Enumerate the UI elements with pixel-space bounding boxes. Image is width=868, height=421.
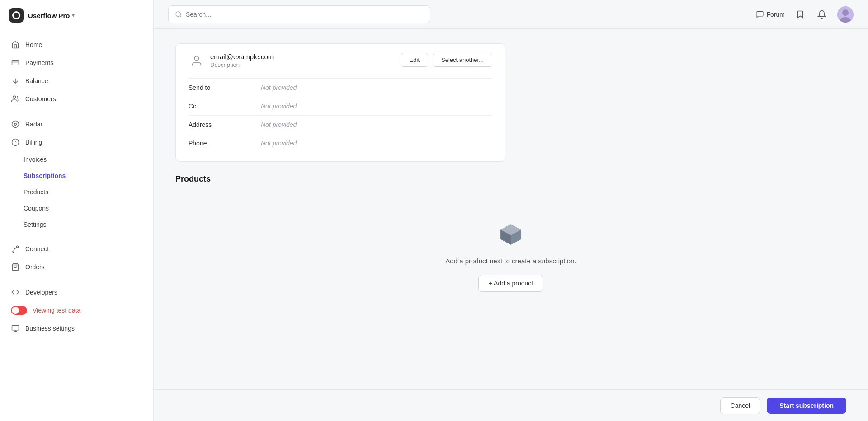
sidebar-item-payments[interactable]: Payments	[0, 54, 153, 72]
test-data-toggle[interactable]	[11, 306, 27, 315]
business-settings-icon	[11, 324, 20, 333]
field-row-address: Address Not provided	[189, 115, 492, 134]
sidebar-item-balance[interactable]: Balance	[0, 72, 153, 90]
search-box[interactable]	[168, 5, 430, 23]
test-data-toggle-row[interactable]: Viewing test data	[0, 301, 153, 319]
test-data-label: Viewing test data	[33, 307, 80, 314]
connect-icon	[11, 244, 20, 253]
sidebar-item-label-orders: Orders	[25, 263, 45, 271]
forum-link[interactable]: Forum	[756, 10, 785, 19]
svg-point-3	[13, 96, 16, 98]
field-label-address: Address	[189, 121, 261, 128]
billing-icon	[11, 138, 20, 147]
customer-fields: Send to Not provided Cc Not provided Add…	[189, 78, 492, 152]
customer-card: email@example.com Description Edit Selec…	[175, 43, 505, 162]
svg-point-4	[12, 121, 19, 128]
customer-email: email@example.com	[210, 53, 274, 61]
sidebar-header: Userflow Pro ▾	[0, 0, 153, 31]
add-product-button[interactable]: + Add a product	[478, 275, 543, 292]
field-value-address: Not provided	[261, 121, 297, 128]
sidebar-item-invoices[interactable]: Invoices	[0, 151, 153, 168]
topbar-right: Forum	[756, 6, 854, 23]
orders-icon	[11, 262, 20, 271]
radar-icon	[11, 120, 20, 129]
field-label-send-to: Send to	[189, 84, 261, 91]
svg-line-19	[180, 16, 181, 17]
select-another-button[interactable]: Select another...	[433, 53, 492, 67]
sidebar-item-label-settings: Settings	[24, 221, 47, 228]
balance-icon	[11, 76, 20, 85]
bookmark-icon-btn[interactable]	[794, 8, 807, 21]
sidebar-item-label-home: Home	[25, 41, 42, 48]
field-value-cc: Not provided	[261, 103, 297, 110]
products-section: Products Add a product next to create a …	[175, 174, 846, 319]
main-content: email@example.com Description Edit Selec…	[154, 29, 868, 421]
field-label-phone: Phone	[189, 140, 261, 147]
svg-point-21	[842, 9, 849, 16]
field-label-cc: Cc	[189, 103, 261, 110]
sidebar-item-connect[interactable]: Connect	[0, 240, 153, 258]
customer-details: email@example.com Description	[210, 53, 274, 68]
sidebar-nav: Home Payments Balance Customers	[0, 31, 153, 421]
customer-info: email@example.com Description	[189, 53, 274, 69]
cancel-button[interactable]: Cancel	[720, 397, 761, 414]
sidebar-item-settings[interactable]: Settings	[0, 216, 153, 233]
field-value-phone: Not provided	[261, 140, 297, 147]
svg-point-23	[194, 56, 198, 61]
sidebar-item-label-radar: Radar	[25, 121, 42, 128]
sidebar-item-label-developers: Developers	[25, 289, 57, 296]
sidebar-item-label-payments: Payments	[25, 59, 53, 66]
add-product-label: + Add a product	[489, 280, 533, 287]
sidebar-item-coupons[interactable]: Coupons	[0, 200, 153, 216]
sidebar-item-business-settings[interactable]: Business settings	[0, 319, 153, 337]
app-brand[interactable]: Userflow Pro ▾	[28, 12, 75, 19]
customer-card-header: email@example.com Description Edit Selec…	[189, 53, 492, 69]
sidebar-item-developers[interactable]: Developers	[0, 283, 153, 301]
customer-avatar-icon	[189, 53, 205, 69]
field-value-send-to: Not provided	[261, 84, 297, 91]
sidebar-item-label-invoices: Invoices	[24, 156, 47, 163]
products-section-title: Products	[175, 174, 846, 184]
search-input[interactable]	[186, 11, 424, 18]
sidebar-item-orders[interactable]: Orders	[0, 258, 153, 276]
customer-actions: Edit Select another...	[401, 53, 492, 67]
customers-icon	[11, 94, 20, 103]
sidebar-item-radar[interactable]: Radar	[0, 115, 153, 133]
sidebar-item-subscriptions[interactable]: Subscriptions	[0, 168, 153, 184]
sidebar: Userflow Pro ▾ Home Payments Balance	[0, 0, 154, 421]
sidebar-item-customers[interactable]: Customers	[0, 90, 153, 108]
app-name: Userflow Pro	[28, 12, 70, 19]
topbar: Forum	[154, 0, 868, 29]
field-row-phone: Phone Not provided	[189, 134, 492, 152]
app-logo	[9, 8, 24, 23]
edit-button[interactable]: Edit	[401, 53, 428, 67]
sidebar-item-home[interactable]: Home	[0, 36, 153, 54]
svg-rect-15	[12, 325, 19, 330]
customer-description: Description	[210, 61, 274, 68]
sidebar-item-label-customers: Customers	[25, 95, 56, 103]
start-subscription-button[interactable]: Start subscription	[767, 398, 846, 414]
avatar[interactable]	[837, 6, 854, 23]
sidebar-item-products[interactable]: Products	[0, 184, 153, 200]
bell-icon-btn[interactable]	[816, 8, 828, 21]
sidebar-item-label-subscriptions: Subscriptions	[24, 172, 66, 179]
products-empty-message: Add a product next to create a subscript…	[445, 257, 576, 265]
sidebar-item-label-connect: Connect	[25, 245, 49, 253]
sidebar-item-label-balance: Balance	[25, 77, 48, 84]
svg-point-5	[14, 123, 17, 126]
search-icon	[175, 11, 182, 18]
developers-icon	[11, 288, 20, 297]
bottom-bar: Cancel Start subscription	[154, 389, 868, 421]
brand-chevron: ▾	[72, 13, 75, 19]
sidebar-item-label-business-settings: Business settings	[25, 325, 75, 332]
payments-icon	[11, 58, 20, 67]
forum-icon	[756, 10, 764, 19]
products-empty-state: Add a product next to create a subscript…	[175, 193, 846, 319]
field-row-cc: Cc Not provided	[189, 97, 492, 115]
forum-label: Forum	[767, 11, 785, 18]
sidebar-item-billing[interactable]: Billing	[0, 133, 153, 151]
home-icon	[11, 40, 20, 49]
svg-rect-0	[12, 61, 19, 65]
product-empty-icon	[496, 220, 525, 249]
sidebar-item-label-billing: Billing	[25, 139, 42, 146]
